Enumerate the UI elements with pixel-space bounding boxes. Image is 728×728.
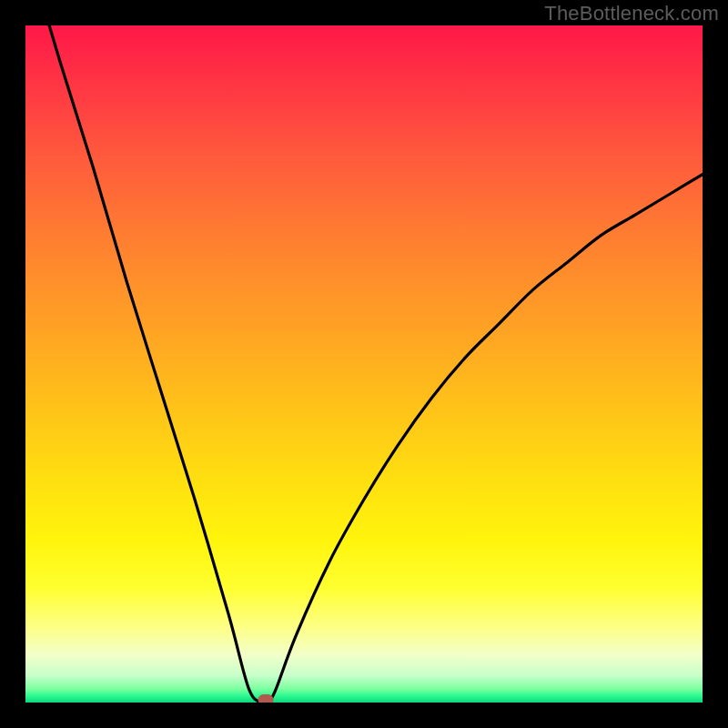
plot-area — [25, 25, 703, 703]
optimal-point-marker — [258, 694, 274, 703]
watermark-text: TheBottleneck.com — [544, 2, 719, 25]
chart-frame: TheBottleneck.com — [0, 0, 728, 728]
bottleneck-curve — [25, 25, 703, 703]
